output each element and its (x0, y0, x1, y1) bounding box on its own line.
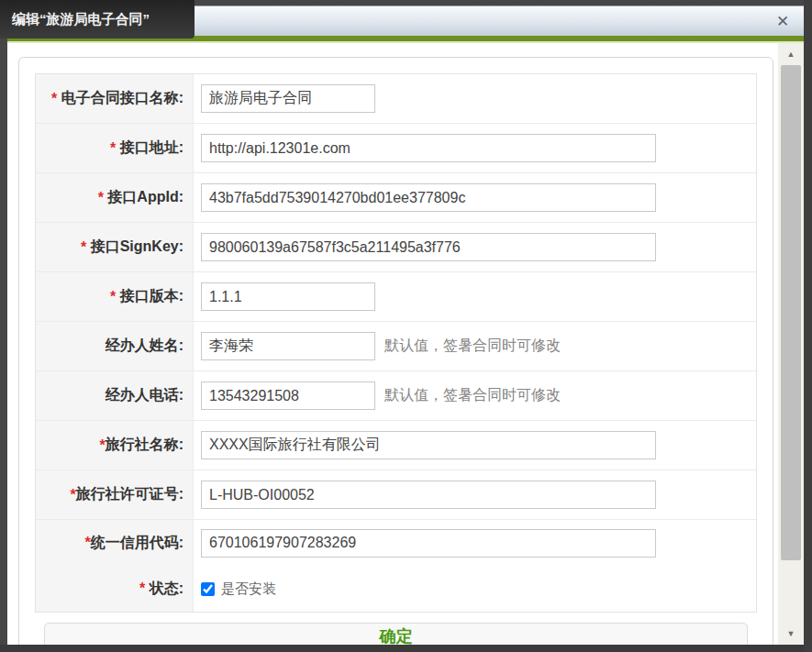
field-label: 接口AppId: (107, 188, 184, 207)
field-input[interactable] (201, 381, 375, 410)
field-label-cell: * 电子合同接口名称: (36, 74, 194, 123)
field-label: 经办人姓名: (106, 337, 184, 356)
field-label: 状态: (150, 580, 184, 599)
field-hint: 默认值，签暑合同时可修改 (384, 337, 561, 356)
scroll-up-icon[interactable]: ▲ (778, 45, 804, 63)
field-input[interactable] (201, 84, 375, 113)
field-label: 接口地址: (120, 138, 184, 158)
confirm-button[interactable]: 确定 (44, 623, 748, 645)
page-background-right-edge (804, 0, 812, 652)
required-asterisk: * (139, 580, 150, 597)
field-value-cell (194, 124, 756, 172)
field-label-cell: * 接口SignKey: (36, 223, 194, 271)
field-value-cell (194, 223, 756, 271)
form-row: 经办人电话: 默认值，签暑合同时可修改 (36, 371, 756, 421)
field-value-cell (194, 272, 756, 321)
field-value-cell: 默认值，签暑合同时可修改 (194, 322, 756, 370)
field-label-cell: * 接口版本: (36, 272, 194, 321)
required-asterisk: * (110, 140, 120, 157)
form-row: * 电子合同接口名称: (36, 74, 756, 124)
field-label: 接口版本: (120, 287, 184, 306)
install-checkbox[interactable] (201, 582, 215, 596)
form-row: * 接口版本: (36, 272, 756, 322)
field-hint: 默认值，签暑合同时可修改 (384, 386, 561, 405)
form-row: * 接口SignKey: (36, 223, 756, 272)
edit-contract-dialog: ✕ * 电子合同接口名称: * 接口地址: * 接口AppId: (7, 6, 805, 645)
field-input[interactable] (201, 529, 656, 558)
field-value-cell (194, 470, 756, 519)
form-row: * 接口AppId: (36, 173, 756, 223)
field-value-cell (194, 74, 756, 123)
field-input[interactable] (201, 183, 656, 212)
field-label-cell: *统一信用代码: (36, 520, 194, 566)
install-checkbox-label: 是否安装 (221, 580, 276, 598)
field-label: 旅行社名称: (106, 436, 184, 455)
field-label-cell: *旅行社许可证号: (36, 470, 194, 519)
field-input[interactable] (201, 233, 656, 261)
form-row: *统一信用代码: (36, 520, 756, 566)
field-label-cell: 经办人姓名: (36, 322, 194, 370)
required-asterisk: * (98, 190, 108, 206)
form-row: 经办人姓名: 默认值，签暑合同时可修改 (36, 322, 756, 371)
field-value-cell: 是否安装 (194, 566, 756, 612)
form-row: * 接口地址: (36, 124, 756, 173)
field-label: 电子合同接口名称: (61, 89, 184, 108)
required-asterisk: * (81, 239, 91, 256)
field-label: 经办人电话: (106, 386, 184, 405)
form-row-status: * 状态: 是否安装 (36, 566, 756, 612)
field-label: 旅行社许可证号: (76, 485, 184, 504)
form-row: *旅行社许可证号: (36, 470, 756, 520)
dialog-title-tooltip: 编辑“旅游局电子合同” (0, 0, 195, 39)
field-input[interactable] (201, 282, 375, 311)
required-asterisk: * (110, 289, 120, 305)
scroll-down-icon[interactable]: ▼ (778, 624, 804, 643)
field-label-cell: *旅行社名称: (36, 421, 194, 470)
vertical-scrollbar[interactable]: ▲ ▼ (778, 43, 804, 645)
field-label-cell: 经办人电话: (36, 371, 194, 420)
field-input[interactable] (201, 332, 375, 360)
close-icon[interactable]: ✕ (772, 10, 794, 32)
page-background-bottom-edge (0, 645, 812, 652)
field-label: 统一信用代码: (91, 534, 184, 553)
field-value-cell (194, 520, 756, 566)
field-label-cell: * 状态: (36, 566, 194, 612)
form-row: *旅行社名称: (36, 421, 756, 470)
required-asterisk: * (51, 91, 61, 107)
field-value-cell (194, 173, 756, 222)
field-value-cell (194, 421, 756, 470)
field-input[interactable] (201, 134, 656, 162)
dialog-body: * 电子合同接口名称: * 接口地址: * 接口AppId: * 接口SignK… (7, 43, 805, 645)
field-label: 接口SignKey: (91, 238, 184, 257)
contract-form: * 电子合同接口名称: * 接口地址: * 接口AppId: * 接口SignK… (35, 73, 757, 613)
field-input[interactable] (201, 431, 656, 459)
field-label-cell: * 接口AppId: (36, 173, 194, 222)
scrollbar-thumb[interactable] (781, 65, 801, 560)
field-label-cell: * 接口地址: (36, 124, 194, 172)
confirm-button-label: 确定 (380, 625, 413, 645)
field-value-cell: 默认值，签暑合同时可修改 (194, 371, 756, 420)
field-input[interactable] (201, 481, 656, 509)
